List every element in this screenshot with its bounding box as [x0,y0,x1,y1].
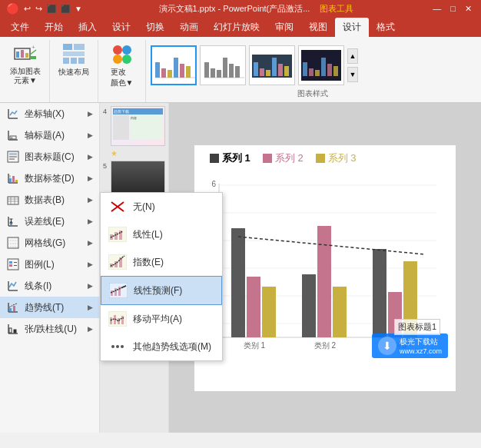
chart-style-thumb-1[interactable] [151,45,197,85]
menu-lines[interactable]: 线条(I) ▶ [0,275,99,297]
chart-style-thumb-2[interactable] [200,45,246,85]
close-btn[interactable]: ✕ [462,4,475,14]
submenu-linear-forecast-label: 线性预测(F) [134,284,182,297]
tab-file[interactable]: 文件 [3,18,37,37]
tab-transitions[interactable]: 切换 [138,18,172,37]
svg-rect-34 [266,70,270,76]
toolbar-icon2[interactable]: ⬛ [61,5,70,13]
badge-logo: ⬇ [378,337,396,355]
tab-design-slide[interactable]: 设计 [104,18,138,37]
menu-trendline[interactable]: 趋势线(T) ▶ [0,297,99,318]
svg-rect-1 [16,51,19,58]
submenu-none[interactable]: 无(N) [101,193,222,221]
linear-trend-icon [108,227,127,242]
menu-error-bar[interactable]: 误差线(E) ▶ [0,211,99,232]
menu-legend[interactable]: 图例(L) ▶ [0,254,99,275]
axis-icon [6,107,20,121]
chart-style-scroll[interactable]: ▲ ▼ [347,45,358,85]
svg-rect-78 [9,264,12,267]
svg-rect-18 [161,68,166,78]
menu-chart-title[interactable]: 图表标题(C) ▶ [0,146,99,168]
left-panel: 坐标轴(X) ▶ A 轴标题(A) ▶ 图表标题(C) ▶ 3 数据标签(D) … [0,103,100,433]
bar-cat2-s3 [333,287,347,337]
tab-slideshow[interactable]: 幻灯片放映 [206,18,267,37]
add-element-btn[interactable]: + 添加图表元素▼ [6,40,45,88]
minimize-btn[interactable]: — [430,4,444,14]
svg-rect-95 [114,232,118,240]
menu-gridlines[interactable]: 网格线(G) ▶ [0,232,99,254]
ribbon-group-add-element: + 添加图表元素▼ [3,40,50,102]
svg-rect-112 [121,316,124,324]
svg-rect-22 [186,66,191,78]
menu-rise-fall[interactable]: 张/跌柱线(U) ▶ [0,318,99,340]
toolbar-icon3[interactable]: ▼ [75,5,82,13]
slide-4-thumb[interactable]: 趋势下载 内容 [111,106,165,146]
chart-styles-group: ▲ ▼ 图表样式 [148,40,478,102]
chart-style-thumb-4[interactable] [298,45,344,85]
bar-cat3-s1 [373,249,386,337]
tab-insert[interactable]: 插入 [71,18,104,37]
menu-axis[interactable]: 坐标轴(X) ▶ [0,103,99,124]
submenu-linear[interactable]: 线性(L) [101,221,222,248]
svg-rect-3 [25,53,28,58]
main-area: 坐标轴(X) ▶ A 轴标题(A) ▶ 图表标题(C) ▶ 3 数据标签(D) … [0,103,481,433]
svg-rect-61 [8,197,18,204]
maximize-btn[interactable]: □ [447,4,459,14]
gridlines-icon [6,236,20,250]
legend-icon [6,257,20,271]
svg-rect-29 [235,66,240,78]
slide-4-row: 4 趋势下载 内容 [103,106,165,146]
menu-data-label[interactable]: 3 数据标签(D) ▶ [0,168,99,189]
submenu-moving-avg[interactable]: 移动平均(A) [101,305,222,333]
redo-btn[interactable]: ↪ [35,4,42,14]
legend-series2-label: 系列 2 [275,151,304,165]
svg-rect-25 [211,68,215,78]
submenu-linear-forecast[interactable]: 线性预测(F) [101,276,222,305]
tab-review[interactable]: 审阅 [267,18,301,37]
undo-btn[interactable]: ↩ [24,4,31,14]
data-label-icon: 3 [6,171,20,185]
tab-chart-design[interactable]: 设计 [335,18,369,37]
badge-text: 极光下载站 www.xz7.com [400,337,442,355]
tab-start[interactable]: 开始 [37,18,71,37]
title-bar-left: 🔴 ↩ ↪ ⬛ ⬛ ▼ [6,2,82,15]
svg-rect-11 [71,58,77,64]
svg-rect-104 [114,288,117,296]
change-color-btn[interactable]: 更改颜色▼ [106,40,138,91]
svg-rect-8 [74,44,85,50]
download-badge: ⬇ 极光下载站 www.xz7.com [372,334,448,358]
svg-rect-90 [14,330,16,333]
menu-trendline-arrow: ▶ [88,304,93,311]
title-bar: 🔴 ↩ ↪ ⬛ ⬛ ▼ 演示文稿1.pptx - PowerPoint(产品激活… [0,0,481,17]
menu-data-table[interactable]: 数据表(B) ▶ [0,189,99,211]
chart-title-label: 图表标题1 [394,319,440,335]
chart-style-thumb-3[interactable] [249,45,295,85]
svg-rect-27 [223,58,227,78]
submenu-linear-label: 线性(L) [133,228,163,241]
svg-rect-40 [309,68,313,76]
quick-layout-btn[interactable]: 快速布局 [55,40,93,80]
svg-text:+: + [32,44,35,51]
submenu-exponential[interactable]: 指数(E) [101,248,222,276]
tab-view[interactable]: 视图 [301,18,335,37]
tab-animation[interactable]: 动画 [172,18,206,37]
linear-forecast-icon [109,283,128,298]
menu-data-table-label: 数据表(B) [25,194,65,207]
tab-format[interactable]: 格式 [369,18,403,37]
svg-rect-41 [315,70,320,76]
change-color-label: 更改颜色▼ [111,67,134,88]
submenu-more-options[interactable]: 其他趋势线选项(M) [101,333,222,360]
chart-legend: 系列 1 系列 2 系列 3 [194,145,456,171]
svg-rect-26 [217,70,221,78]
svg-rect-28 [229,64,234,78]
trendline-submenu: 无(N) 线性(L) [100,192,223,361]
svg-rect-57 [9,178,12,182]
bar-cat2-s1 [302,274,316,337]
chart-scroll-down[interactable]: ▼ [347,67,358,82]
submenu-none-label: 无(N) [133,201,155,214]
window-controls[interactable]: — □ ✕ [430,4,475,14]
svg-rect-19 [168,70,172,78]
chart-scroll-up[interactable]: ▲ [347,48,358,64]
menu-axis-title[interactable]: A 轴标题(A) ▶ [0,124,99,146]
toolbar-icon1[interactable]: ⬛ [47,5,56,13]
